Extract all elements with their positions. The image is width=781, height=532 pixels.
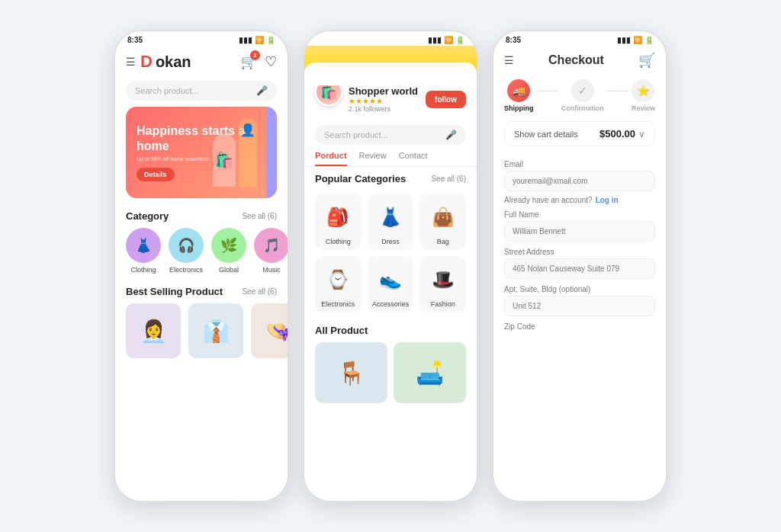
best-selling-title: Best Selling Product: [126, 286, 223, 297]
tab-contact[interactable]: Contact: [399, 151, 428, 166]
cat-circle-music: 🎵: [254, 228, 288, 263]
p2-products-grid: 🪑 🛋️: [304, 339, 477, 409]
step-circle-shipping: 🚚: [507, 79, 530, 102]
shop-name: Shopper world: [349, 85, 419, 97]
p2-cat-label-dress: Dress: [381, 238, 400, 245]
cat-item-clothing[interactable]: 👗 Clothing: [126, 228, 161, 274]
p2-popular-header: Popular Categories See all (6): [304, 167, 477, 187]
best-selling-see-all[interactable]: See all (6): [242, 287, 277, 296]
product-card-1[interactable]: 👩‍💼: [126, 303, 181, 358]
step-connector-1: [537, 91, 558, 91]
status-bar-1: 8:35 ▮▮▮ 🛜 🔋: [115, 31, 288, 46]
p2-cat-bag[interactable]: 👜 Bag: [419, 194, 466, 250]
shop-stars: ★★★★★: [349, 97, 419, 105]
stars-icon: ★★★★★: [349, 97, 383, 105]
status-icons-2: ▮▮▮ 🛜 🔋: [428, 36, 464, 44]
fullname-label: Full Name: [504, 210, 655, 219]
cart-badge-1: 2: [250, 50, 260, 60]
p2-cat-clothing[interactable]: 🎒 Clothing: [315, 194, 362, 250]
p2-popular-see-all[interactable]: See all (6): [431, 175, 466, 183]
shop-info-row: 🛍️ Shopper world ★★★★★ 2.1k followers fo…: [304, 84, 477, 119]
details-button[interactable]: Details: [137, 168, 175, 181]
tab-review[interactable]: Review: [359, 151, 387, 166]
street-field[interactable]: [504, 258, 655, 279]
p3-header: ☰ Checkout 🛒: [493, 46, 666, 73]
wishlist-icon-1[interactable]: ♡: [265, 53, 277, 70]
product-card-2[interactable]: 👔: [188, 303, 243, 358]
p2-cat-fashion[interactable]: 🎩 Fashion: [419, 256, 466, 312]
menu-icon-1[interactable]: ☰: [126, 56, 136, 68]
login-text: Already have an account?: [504, 196, 593, 204]
p2-popular-title: Popular Categories: [315, 173, 406, 184]
shop-banner-bg: [304, 46, 477, 84]
cart-summary[interactable]: Show cart details $500.00 ∨: [504, 121, 655, 146]
category-row-1: 👗 Clothing 🎧 Electronics 🌿 Global 🎵 Musi…: [115, 225, 288, 280]
status-icons-1: ▮▮▮ 🛜 🔋: [239, 36, 275, 44]
all-product-header: All Product: [304, 319, 477, 339]
p2-cat-img-fashion: 🎩: [424, 262, 462, 297]
p2-cat-accessories[interactable]: 👟 Accessories: [368, 256, 414, 312]
category-section-header: Category See all (6): [115, 204, 288, 225]
cat-circle-electronics: 🎧: [169, 228, 204, 263]
prod-card-sofa[interactable]: 🛋️: [394, 342, 466, 403]
street-label: Street Address: [504, 248, 655, 256]
phone3-content: ☰ Checkout 🛒 🚚 Shipping ✓ Confirmation ⭐…: [493, 46, 666, 495]
step-circle-confirmation: ✓: [571, 79, 594, 102]
p2-cat-img-bag: 👜: [424, 200, 462, 235]
p2-categories-grid: 🎒 Clothing 👗 Dress 👜 Bag ⌚ Electronics 👟…: [304, 187, 477, 319]
p2-cat-img-accessories: 👟: [371, 262, 410, 297]
battery-icon-3: 🔋: [644, 36, 654, 44]
cat-item-global[interactable]: 🌿 Global: [211, 228, 246, 274]
cat-circle-clothing: 👗: [126, 228, 161, 263]
signal-icon-1: ▮▮▮: [239, 36, 252, 44]
best-selling-header: Best Selling Product See all (6): [115, 280, 288, 300]
shop-details: Shopper world ★★★★★ 2.1k followers: [349, 85, 419, 113]
p2-cat-electronics[interactable]: ⌚ Electronics: [315, 256, 362, 312]
p1-banner: Happiness starts at home Up to 50% off h…: [126, 107, 277, 198]
p2-cat-img-clothing: 🎒: [319, 200, 357, 235]
p2-search[interactable]: Search product... 🎤: [315, 125, 466, 145]
apt-field[interactable]: [504, 296, 655, 316]
p2-cat-img-electronics: ⌚: [319, 262, 357, 297]
p2-cat-label-bag: Bag: [437, 238, 449, 245]
category-see-all[interactable]: See all (6): [242, 212, 277, 220]
fullname-field[interactable]: [504, 221, 655, 242]
mic-icon-1: 🎤: [256, 85, 268, 96]
status-icons-3: ▮▮▮ 🛜 🔋: [617, 36, 654, 44]
p1-search[interactable]: Search product... 🎤: [126, 81, 277, 101]
cat-item-electronics[interactable]: 🎧 Electronics: [169, 228, 204, 274]
product-img-1: 👩‍💼: [126, 303, 181, 358]
prod-card-chair[interactable]: 🪑: [315, 342, 387, 403]
step-review: ⭐ Review: [632, 79, 655, 112]
step-label-shipping: Shipping: [504, 104, 534, 112]
shop-followers: 2.1k followers: [349, 105, 419, 113]
cat-item-music[interactable]: 🎵 Music: [254, 228, 288, 274]
apt-label: Apt, Suite, Bldg (optional): [504, 285, 655, 293]
cart-icon-wrap[interactable]: 🛒 2: [240, 53, 257, 70]
status-bar-2: ▮▮▮ 🛜 🔋: [304, 31, 477, 46]
login-link[interactable]: Log in: [596, 196, 619, 204]
p2-cat-label-fashion: Fashion: [431, 300, 455, 308]
phone-1: 8:35 ▮▮▮ 🛜 🔋 ☰ D okan 🛒 2 ♡: [114, 30, 289, 502]
cat-label-music: Music: [262, 266, 281, 274]
checkout-steps: 🚚 Shipping ✓ Confirmation ⭐ Review: [493, 73, 666, 118]
phone1-content: ☰ D okan 🛒 2 ♡ Search product... 🎤 Happi…: [115, 46, 288, 495]
cart-icon-3[interactable]: 🛒: [638, 52, 655, 69]
cart-summary-price: $500.00: [599, 128, 635, 139]
menu-icon-3[interactable]: ☰: [504, 54, 514, 66]
banner-stripe: [266, 107, 277, 198]
p2-cat-dress[interactable]: 👗 Dress: [368, 194, 414, 250]
phone-3: 8:35 ▮▮▮ 🛜 🔋 ☰ Checkout 🛒 🚚 Shipping ✓ C…: [492, 30, 667, 502]
best-selling-row: 👩‍💼 👔 👒: [115, 300, 288, 361]
step-label-confirmation: Confirmation: [561, 104, 604, 112]
battery-icon-2: 🔋: [455, 36, 464, 44]
product-card-3[interactable]: 👒: [251, 303, 288, 358]
checkout-form: Email Already have an account? Log in Fu…: [493, 149, 666, 338]
follow-button[interactable]: follow: [426, 91, 466, 108]
email-field[interactable]: [504, 171, 655, 191]
cart-summary-label: Show cart details: [514, 130, 578, 139]
step-confirmation: ✓ Confirmation: [561, 79, 604, 112]
tab-product[interactable]: Porduct: [315, 151, 347, 166]
logo-d: D: [140, 52, 153, 72]
p1-header: ☰ D okan 🛒 2 ♡: [115, 46, 288, 76]
